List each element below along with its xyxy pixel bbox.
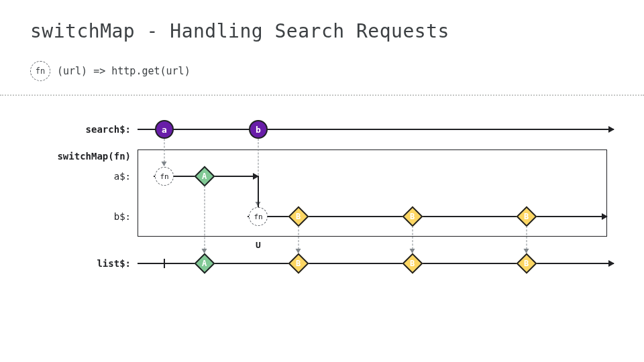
page-title: switchMap - Handling Search Requests (30, 20, 614, 42)
marble-list-B1: B (289, 254, 308, 273)
label-list: list$: (97, 258, 131, 269)
fn-badge-icon: fn (30, 61, 50, 81)
fn-node-b: fn (249, 207, 268, 226)
marble-list-B3: B (517, 254, 536, 273)
label-search: search$: (86, 124, 131, 135)
marble-a-A: A (195, 167, 214, 186)
marble-diagram: search$: a b switchMap(fn) a$: fn A b$: … (30, 116, 614, 330)
fn-definition-row: fn (url) => http.get(url) (30, 61, 614, 81)
dash-B3-to-list (527, 226, 527, 253)
fn-node-a: fn (155, 167, 174, 186)
timeline-search (138, 129, 614, 130)
marble-search-a: a (155, 120, 174, 139)
divider-dotted (0, 95, 644, 96)
marble-list-A: A (195, 254, 214, 273)
unsubscribe-label: U (256, 240, 261, 250)
marble-b-B1: B (289, 207, 308, 226)
tick-list-start (164, 259, 165, 268)
label-operator: switchMap(fn) (57, 151, 131, 162)
slide: switchMap - Handling Search Requests fn … (0, 0, 644, 362)
label-b-stream: b$: (114, 211, 131, 222)
marble-b-B3: B (517, 207, 536, 226)
dash-B1-to-list (299, 226, 299, 253)
label-a-stream: a$: (114, 171, 131, 182)
operator-box (138, 149, 607, 237)
dash-B2-to-list (413, 226, 413, 253)
marble-list-B2: B (403, 254, 422, 273)
marble-b-B2: B (403, 207, 422, 226)
dash-A-to-list (205, 186, 205, 253)
marble-search-b: b (249, 120, 268, 139)
dash-a-to-fn (164, 139, 165, 166)
fn-code: (url) => http.get(url) (57, 65, 191, 77)
